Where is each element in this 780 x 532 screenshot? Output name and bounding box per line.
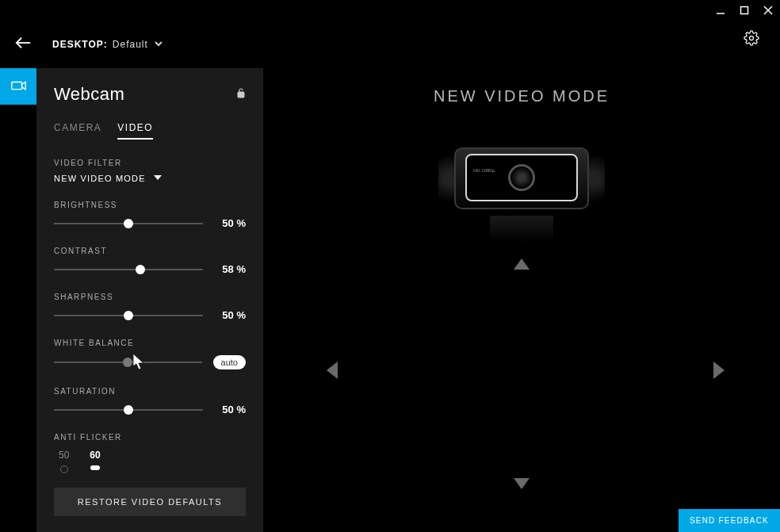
svg-marker-13: [713, 362, 725, 379]
nav-right-button[interactable]: [713, 362, 725, 382]
minimize-button[interactable]: [715, 5, 726, 16]
profile-label-text: DESKTOP:: [52, 39, 108, 50]
camera-resolution-text: HD 1080p: [473, 168, 495, 173]
close-button[interactable]: [763, 5, 774, 16]
saturation-label: SATURATION: [54, 387, 246, 396]
lock-icon[interactable]: [236, 87, 246, 101]
brightness-label: BRIGHTNESS: [54, 201, 246, 209]
restore-defaults-button[interactable]: RESTORE VIDEO DEFAULTS: [54, 488, 246, 516]
chevron-down-icon: [155, 39, 162, 50]
nav-up-button[interactable]: [514, 258, 530, 273]
settings-sidebar: Webcam CAMERA VIDEO VIDEO FILTER NEW VID…: [36, 68, 263, 532]
back-button[interactable]: [14, 34, 32, 55]
anti-flicker-60-value: 60: [90, 450, 100, 461]
saturation-value: 50 %: [214, 404, 246, 415]
contrast-slider[interactable]: [54, 269, 203, 270]
tab-video[interactable]: VIDEO: [117, 122, 153, 140]
settings-button[interactable]: [744, 30, 759, 49]
maximize-button[interactable]: [739, 5, 750, 16]
sidebar-title: Webcam: [54, 84, 124, 105]
radio-icon: [90, 465, 100, 470]
white-balance-auto-toggle[interactable]: auto: [213, 355, 246, 369]
sharpness-value: 50 %: [214, 309, 246, 321]
profile-name: Default: [113, 39, 148, 50]
svg-point-5: [750, 36, 754, 40]
contrast-value: 58 %: [214, 263, 246, 275]
anti-flicker-50[interactable]: 50: [59, 450, 69, 473]
anti-flicker-label: ANTI FLICKER: [54, 433, 246, 442]
profile-selector[interactable]: DESKTOP: Default: [52, 39, 162, 50]
svg-marker-9: [154, 175, 162, 180]
white-balance-label: WHITE BALANCE: [54, 339, 246, 347]
preview-area: NEW VIDEO MODE HD 1080p SEND FEEDBACK: [263, 68, 780, 532]
svg-marker-10: [514, 258, 530, 270]
nav-down-button[interactable]: [514, 478, 530, 492]
anti-flicker-60[interactable]: 60: [90, 450, 100, 473]
webcam-device-tab[interactable]: [0, 68, 36, 105]
sharpness-label: SHARPNESS: [54, 293, 246, 301]
anti-flicker-50-value: 50: [59, 450, 69, 461]
radio-icon: [60, 465, 68, 473]
webcam-illustration: HD 1080p: [438, 140, 605, 243]
tab-camera[interactable]: CAMERA: [54, 122, 101, 140]
chevron-down-icon: [154, 174, 162, 183]
contrast-label: CONTRAST: [54, 247, 246, 255]
send-feedback-button[interactable]: SEND FEEDBACK: [679, 509, 780, 532]
sharpness-slider[interactable]: [54, 315, 203, 316]
video-filter-label: VIDEO FILTER: [54, 159, 246, 167]
white-balance-slider[interactable]: [54, 362, 202, 363]
svg-rect-1: [741, 7, 748, 14]
saturation-slider[interactable]: [54, 409, 203, 411]
svg-marker-11: [514, 478, 530, 489]
brightness-slider[interactable]: [54, 223, 203, 224]
video-filter-select[interactable]: NEW VIDEO MODE: [54, 174, 246, 183]
nav-left-button[interactable]: [327, 362, 338, 382]
video-filter-value: NEW VIDEO MODE: [54, 174, 146, 183]
video-mode-title: NEW VIDEO MODE: [263, 87, 780, 105]
svg-marker-12: [327, 362, 338, 379]
svg-rect-6: [12, 82, 22, 90]
brightness-value: 50 %: [214, 217, 246, 229]
svg-rect-8: [238, 92, 244, 98]
